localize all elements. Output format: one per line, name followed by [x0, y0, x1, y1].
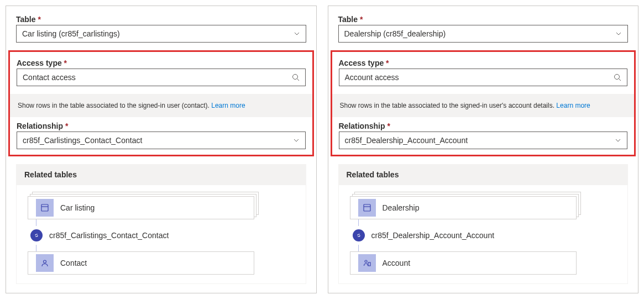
link-icon: [353, 229, 365, 241]
table-select-value: Car listing (cr85f_carlistings): [22, 29, 120, 38]
label-table: Table *: [16, 15, 306, 24]
learn-more-link[interactable]: Learn more: [556, 102, 590, 109]
relationship-value: cr85f_Carlistings_Contact_Contact: [23, 136, 142, 145]
access-type-value: Account access: [345, 73, 399, 82]
related-table-card: Contact: [28, 251, 254, 275]
related-link-label: cr85f_Carlistings_Contact_Contact: [49, 231, 169, 240]
chevron-down-icon: [293, 137, 300, 144]
required-asterisk: *: [360, 15, 363, 24]
svg-point-0: [292, 75, 297, 80]
required-asterisk: *: [386, 59, 389, 67]
related-table-card: Account: [350, 251, 577, 275]
chevron-down-icon: [615, 137, 621, 144]
connector-line: [36, 219, 36, 226]
related-tables-header: Related tables: [338, 164, 629, 185]
label-table: Table *: [338, 15, 629, 24]
svg-point-9: [365, 260, 367, 262]
related-bottom-item: Contact: [28, 251, 295, 275]
building-icon: [358, 254, 376, 272]
highlight-box: Access type * Contact access Show rows i…: [8, 50, 314, 156]
link-icon: [30, 229, 43, 241]
svg-rect-10: [368, 262, 370, 266]
label-relationship: Relationship *: [339, 122, 628, 130]
search-icon: [292, 73, 300, 81]
search-icon: [614, 73, 621, 81]
related-tables-body: Dealership cr85f_Dealership_Account_Acco…: [338, 185, 629, 284]
helper-text: Show rows in the table associated to the…: [332, 94, 635, 117]
label-access-type: Access type *: [17, 59, 306, 67]
required-asterisk: *: [65, 122, 68, 130]
related-bottom-item: Account: [350, 251, 617, 275]
svg-rect-2: [41, 204, 48, 211]
related-table-card: Dealership: [350, 196, 577, 219]
required-asterisk: *: [38, 15, 40, 24]
config-panel-right: Table * Dealership (cr85f_dealership) Ac…: [328, 6, 639, 293]
svg-line-1: [297, 79, 299, 81]
person-icon: [36, 254, 54, 272]
relationship-select[interactable]: cr85f_Dealership_Account_Account: [339, 132, 628, 149]
related-top-item: Car listing: [28, 196, 295, 219]
table-icon: [358, 199, 376, 217]
svg-point-5: [615, 75, 620, 80]
connector-line: [36, 245, 36, 251]
related-bottom-label: Contact: [60, 259, 87, 267]
relationship-select[interactable]: cr85f_Carlistings_Contact_Contact: [17, 132, 306, 149]
connector-line: [358, 245, 359, 251]
learn-more-link[interactable]: Learn more: [211, 102, 245, 109]
svg-line-6: [619, 79, 621, 81]
access-type-value: Contact access: [23, 73, 76, 82]
related-link-label: cr85f_Dealership_Account_Account: [371, 231, 495, 240]
related-top-item: Dealership: [350, 196, 617, 219]
connector-line: [358, 219, 359, 226]
highlight-box: Access type * Account access Show rows i…: [331, 50, 636, 156]
access-type-lookup[interactable]: Account access: [339, 69, 628, 86]
chevron-down-icon: [294, 30, 300, 37]
svg-rect-7: [364, 204, 370, 211]
required-asterisk: *: [387, 122, 390, 130]
related-tables-body: Car listing cr85f_Carlistings_Contact_Co…: [16, 185, 306, 284]
table-select[interactable]: Dealership (cr85f_dealership): [338, 25, 629, 43]
svg-point-4: [44, 260, 46, 263]
helper-text: Show rows in the table associated to the…: [10, 94, 312, 117]
related-top-label: Car listing: [60, 203, 95, 212]
relationship-value: cr85f_Dealership_Account_Account: [345, 136, 468, 145]
config-panel-left: Table * Car listing (cr85f_carlistings) …: [6, 6, 317, 293]
table-select[interactable]: Car listing (cr85f_carlistings): [16, 25, 306, 43]
label-access-type: Access type *: [339, 59, 628, 67]
related-table-card: Car listing: [28, 196, 254, 219]
label-relationship: Relationship *: [17, 122, 306, 130]
related-tables-header: Related tables: [16, 164, 306, 185]
required-asterisk: *: [64, 59, 67, 67]
chevron-down-icon: [615, 30, 622, 37]
related-link-item: cr85f_Carlistings_Contact_Contact: [28, 229, 295, 241]
related-link-item: cr85f_Dealership_Account_Account: [350, 229, 617, 241]
table-icon: [36, 199, 54, 217]
related-top-label: Dealership: [383, 203, 420, 212]
access-type-lookup[interactable]: Contact access: [17, 69, 306, 86]
related-bottom-label: Account: [383, 259, 411, 267]
table-select-value: Dealership (cr85f_dealership): [344, 29, 446, 38]
